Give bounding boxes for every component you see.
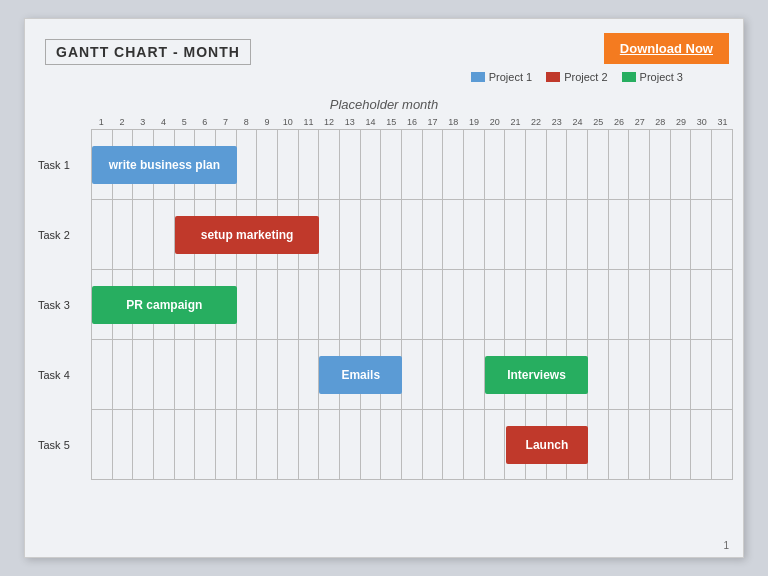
gantt-cell	[567, 200, 588, 269]
task-label: Task 2	[36, 200, 90, 269]
day-header-cell: 26	[609, 117, 630, 129]
gantt-cell	[691, 270, 712, 339]
gantt-cell	[526, 200, 547, 269]
gantt-cell	[92, 410, 113, 479]
gantt-cell	[237, 270, 258, 339]
gantt-cell	[92, 200, 113, 269]
gantt-cell	[319, 200, 340, 269]
gantt-cell	[257, 270, 278, 339]
download-button[interactable]: Download Now	[604, 33, 729, 64]
task-row: Task 1write business plan	[92, 130, 733, 200]
gantt-cell	[712, 270, 733, 339]
gantt-cell	[154, 200, 175, 269]
day-header-cell: 11	[298, 117, 319, 129]
gantt-cell	[505, 130, 526, 199]
gantt-cell	[175, 340, 196, 409]
gantt-cell	[712, 130, 733, 199]
gantt-cell	[299, 410, 320, 479]
gantt-cell	[485, 410, 506, 479]
gantt-cell	[712, 410, 733, 479]
gantt-bar: Interviews	[485, 356, 588, 394]
day-header-cell: 3	[132, 117, 153, 129]
day-header-cell: 1	[91, 117, 112, 129]
day-header-cell: 15	[381, 117, 402, 129]
day-header-cell: 29	[671, 117, 692, 129]
day-header-cell: 25	[588, 117, 609, 129]
gantt-cell	[340, 410, 361, 479]
legend-item: Project 2	[546, 71, 607, 83]
gantt-cell	[547, 200, 568, 269]
task-row: Task 5Launch	[92, 410, 733, 480]
gantt-cell	[567, 270, 588, 339]
gantt-cell	[175, 410, 196, 479]
gantt-cell	[464, 200, 485, 269]
gantt-cell	[609, 200, 630, 269]
legend-item: Project 1	[471, 71, 532, 83]
day-header-cell: 7	[215, 117, 236, 129]
legend: Project 1Project 2Project 3	[471, 71, 683, 83]
gantt-cell	[423, 200, 444, 269]
gantt-cell	[257, 340, 278, 409]
gantt-bar: setup marketing	[175, 216, 320, 254]
gantt-cell	[691, 410, 712, 479]
legend-item: Project 3	[622, 71, 683, 83]
gantt-chart: 1234567891011121314151617181920212223242…	[35, 117, 733, 537]
day-header-cell: 14	[360, 117, 381, 129]
day-header-cell: 9	[257, 117, 278, 129]
gantt-cell	[237, 130, 258, 199]
legend-color-box	[622, 72, 636, 82]
gantt-cell	[609, 410, 630, 479]
day-header-cell: 21	[505, 117, 526, 129]
task-label: Task 1	[36, 130, 90, 199]
day-header-cell: 30	[691, 117, 712, 129]
gantt-cell	[671, 340, 692, 409]
gantt-cell	[361, 270, 382, 339]
legend-color-box	[471, 72, 485, 82]
gantt-cell	[299, 270, 320, 339]
page-number: 1	[723, 540, 729, 551]
gantt-cell	[361, 200, 382, 269]
day-header-cell: 16	[402, 117, 423, 129]
gantt-cell	[629, 410, 650, 479]
gantt-cell	[299, 130, 320, 199]
gantt-cell	[526, 130, 547, 199]
gantt-cell	[443, 410, 464, 479]
gantt-cell	[505, 270, 526, 339]
gantt-cell	[691, 340, 712, 409]
gantt-cell	[113, 200, 134, 269]
day-header-cell: 24	[567, 117, 588, 129]
gantt-cell	[278, 410, 299, 479]
gantt-cell	[361, 130, 382, 199]
day-header-cell: 23	[546, 117, 567, 129]
gantt-cell	[629, 130, 650, 199]
gantt-cell	[278, 130, 299, 199]
gantt-cell	[485, 270, 506, 339]
gantt-cell	[381, 200, 402, 269]
task-row: Task 2setup marketing	[92, 200, 733, 270]
gantt-cell	[650, 200, 671, 269]
day-header-cell: 13	[339, 117, 360, 129]
gantt-cell	[691, 200, 712, 269]
gantt-cell	[464, 340, 485, 409]
gantt-bar: PR campaign	[92, 286, 237, 324]
legend-label: Project 3	[640, 71, 683, 83]
gantt-cell	[629, 270, 650, 339]
task-label: Task 4	[36, 340, 90, 409]
day-header-cell: 27	[629, 117, 650, 129]
day-header-cell: 2	[112, 117, 133, 129]
day-header-cell: 22	[526, 117, 547, 129]
day-header-cell: 12	[319, 117, 340, 129]
gantt-cell	[671, 130, 692, 199]
gantt-cell	[547, 130, 568, 199]
gantt-cell	[443, 130, 464, 199]
gantt-cell	[629, 340, 650, 409]
gantt-cell	[588, 340, 609, 409]
gantt-cell	[423, 340, 444, 409]
day-header-cell: 20	[484, 117, 505, 129]
day-header-cell: 31	[712, 117, 733, 129]
task-row: Task 4EmailsInterviews	[92, 340, 733, 410]
gantt-cell	[195, 340, 216, 409]
day-header-cell: 5	[174, 117, 195, 129]
gantt-cell	[133, 340, 154, 409]
gantt-cell	[340, 270, 361, 339]
